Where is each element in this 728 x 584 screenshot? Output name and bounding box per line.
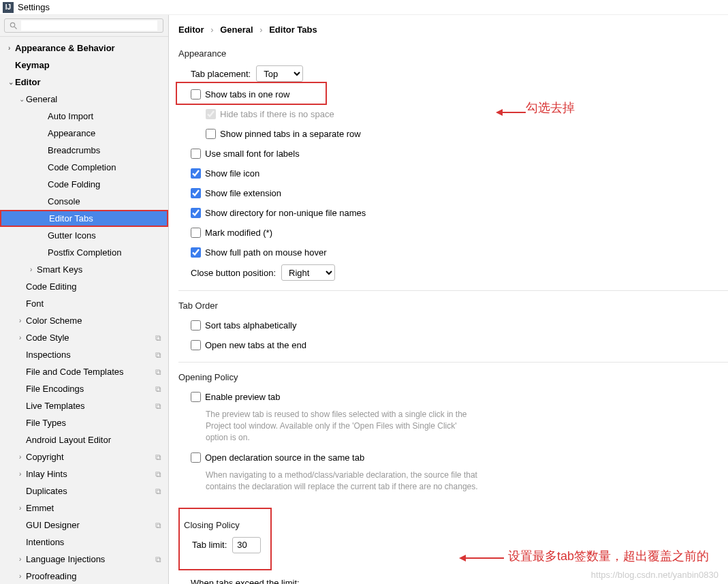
mark-modified-checkbox[interactable] <box>191 228 201 238</box>
sidebar-item-font[interactable]: Font <box>0 295 168 312</box>
sidebar-item-appearance[interactable]: Appearance <box>0 125 168 142</box>
copy-icon: ⧉ <box>155 470 161 479</box>
sidebar-item-gutter-icons[interactable]: Gutter Icons <box>0 227 168 244</box>
hide-tabs-checkbox <box>206 109 216 119</box>
closing-policy-highlight: Closing Policy Tab limit: <box>178 508 272 570</box>
tree-arrow-icon: ⌄ <box>8 78 15 86</box>
mark-modified-label: Mark modified (*) <box>205 228 272 238</box>
tree-arrow-icon: › <box>30 266 37 273</box>
tree-arrow-icon: › <box>19 470 26 478</box>
hide-tabs-label: Hide tabs if there is no space <box>220 109 334 119</box>
copy-icon: ⧉ <box>155 333 161 343</box>
sidebar-item-inlay-hints[interactable]: ›Inlay Hints⧉ <box>0 465 168 482</box>
show-pinned-sep-checkbox[interactable] <box>206 129 216 139</box>
enable-preview-label: Enable preview tab <box>205 392 281 402</box>
search-box[interactable] <box>4 18 163 33</box>
sidebar-item-duplicates[interactable]: Duplicates⧉ <box>0 482 168 500</box>
sidebar-item-auto-import[interactable]: Auto Import <box>0 108 168 125</box>
show-tabs-one-row-checkbox[interactable] <box>191 89 201 99</box>
sidebar-item-general[interactable]: ⌄General <box>0 91 168 108</box>
sidebar-item-editor[interactable]: ⌄Editor <box>0 74 168 91</box>
sidebar-item-label: Code Completion <box>48 162 116 172</box>
tab-placement-select[interactable]: Top <box>256 65 303 82</box>
sidebar-item-label: Duplicates <box>26 486 67 496</box>
section-closing: Closing Policy <box>184 520 261 530</box>
copy-icon: ⧉ <box>155 367 161 377</box>
sidebar-item-code-folding[interactable]: Code Folding <box>0 176 168 193</box>
svg-marker-1 <box>496 109 503 116</box>
tree-arrow-icon: › <box>19 572 26 580</box>
sidebar-item-code-completion[interactable]: Code Completion <box>0 159 168 176</box>
crumb-general[interactable]: General <box>220 25 253 35</box>
sidebar-item-file-encodings[interactable]: File Encodings⧉ <box>0 380 168 397</box>
sidebar-item-label: Intentions <box>26 537 64 547</box>
open-new-end-checkbox[interactable] <box>191 340 201 350</box>
copy-icon: ⧉ <box>155 350 161 360</box>
sidebar-item-gui-designer[interactable]: GUI Designer⧉ <box>0 517 168 534</box>
arrow-icon <box>459 553 504 563</box>
tab-limit-input[interactable] <box>232 537 261 553</box>
sidebar-item-intentions[interactable]: Intentions <box>0 534 168 551</box>
sidebar-item-label: Live Templates <box>26 401 84 411</box>
sidebar-item-console[interactable]: Console <box>0 193 168 210</box>
copy-icon: ⧉ <box>155 555 161 564</box>
enable-preview-checkbox[interactable] <box>191 392 201 402</box>
sidebar-item-copyright[interactable]: ›Copyright⧉ <box>0 448 168 465</box>
exceed-limit-label: When tabs exceed the limit: <box>191 578 300 584</box>
close-btn-pos-select[interactable]: Right <box>281 264 335 281</box>
small-font-checkbox[interactable] <box>191 149 201 159</box>
sidebar-item-label: Language Injections <box>26 554 105 564</box>
sidebar-item-breadcrumbs[interactable]: Breadcrumbs <box>0 142 168 159</box>
sidebar-item-appearance-behavior[interactable]: ›Appearance & Behavior <box>0 40 168 57</box>
sidebar-item-label: Proofreading <box>26 571 76 581</box>
sort-alpha-checkbox[interactable] <box>191 320 201 331</box>
sidebar-item-postfix-completion[interactable]: Postfix Completion <box>0 244 168 261</box>
sidebar-item-code-style[interactable]: ›Code Style⧉ <box>0 329 168 346</box>
divider <box>178 290 728 291</box>
section-tab-order: Tab Order <box>178 301 728 311</box>
show-full-path-checkbox[interactable] <box>191 247 201 258</box>
sidebar-item-editor-tabs[interactable]: Editor Tabs <box>0 210 168 227</box>
annotation-tab-limit: 设置最多tab签数量，超出覆盖之前的 <box>508 548 709 564</box>
sidebar-item-keymap[interactable]: Keymap <box>0 57 168 74</box>
tree-arrow-icon: › <box>19 555 26 563</box>
show-file-icon-checkbox[interactable] <box>191 168 201 179</box>
show-file-icon-label: Show file icon <box>205 168 259 179</box>
chevron-right-icon: › <box>210 25 213 35</box>
show-dir-label: Show directory for non-unique file names <box>205 208 366 218</box>
search-input[interactable] <box>21 20 157 31</box>
sidebar-item-file-and-code-templates[interactable]: File and Code Templates⧉ <box>0 363 168 380</box>
sidebar-item-code-editing[interactable]: Code Editing <box>0 278 168 295</box>
open-decl-desc: When navigating to a method/class/variab… <box>206 470 478 493</box>
sidebar-item-language-injections[interactable]: ›Language Injections⧉ <box>0 551 168 568</box>
search-icon <box>9 21 18 31</box>
sidebar-item-inspections[interactable]: Inspections⧉ <box>0 346 168 363</box>
sidebar-item-android-layout-editor[interactable]: Android Layout Editor <box>0 431 168 448</box>
copy-icon: ⧉ <box>155 384 161 394</box>
svg-marker-3 <box>459 555 466 562</box>
sidebar-item-smart-keys[interactable]: ›Smart Keys <box>0 261 168 278</box>
open-decl-checkbox[interactable] <box>191 452 201 463</box>
watermark: https://blog.csdn.net/yanbin0830 <box>591 570 718 580</box>
sidebar-item-label: Copyright <box>26 452 64 462</box>
crumb-editor-tabs[interactable]: Editor Tabs <box>269 25 317 35</box>
sidebar-item-live-templates[interactable]: Live Templates⧉ <box>0 397 168 414</box>
show-file-ext-label: Show file extension <box>205 188 281 198</box>
sidebar-item-proofreading[interactable]: ›Proofreading <box>0 568 168 584</box>
sidebar-item-label: Android Layout Editor <box>26 435 111 445</box>
show-dir-checkbox[interactable] <box>191 208 201 218</box>
sidebar-item-emmet[interactable]: ›Emmet <box>0 500 168 517</box>
tree-arrow-icon: › <box>19 504 26 512</box>
crumb-editor[interactable]: Editor <box>178 25 204 35</box>
sidebar-item-label: Color Scheme <box>26 316 82 326</box>
window-title: Settings <box>18 2 50 12</box>
copy-icon: ⧉ <box>155 521 161 530</box>
sidebar-item-label: File and Code Templates <box>26 367 124 377</box>
sidebar-item-label: Code Folding <box>48 179 100 189</box>
sidebar-item-color-scheme[interactable]: ›Color Scheme <box>0 312 168 329</box>
show-file-ext-checkbox[interactable] <box>191 188 201 198</box>
tab-placement-label: Tab placement: <box>191 69 251 79</box>
section-opening: Opening Policy <box>178 372 728 382</box>
sidebar-item-file-types[interactable]: File Types <box>0 414 168 431</box>
sidebar-item-label: Auto Import <box>48 111 93 121</box>
